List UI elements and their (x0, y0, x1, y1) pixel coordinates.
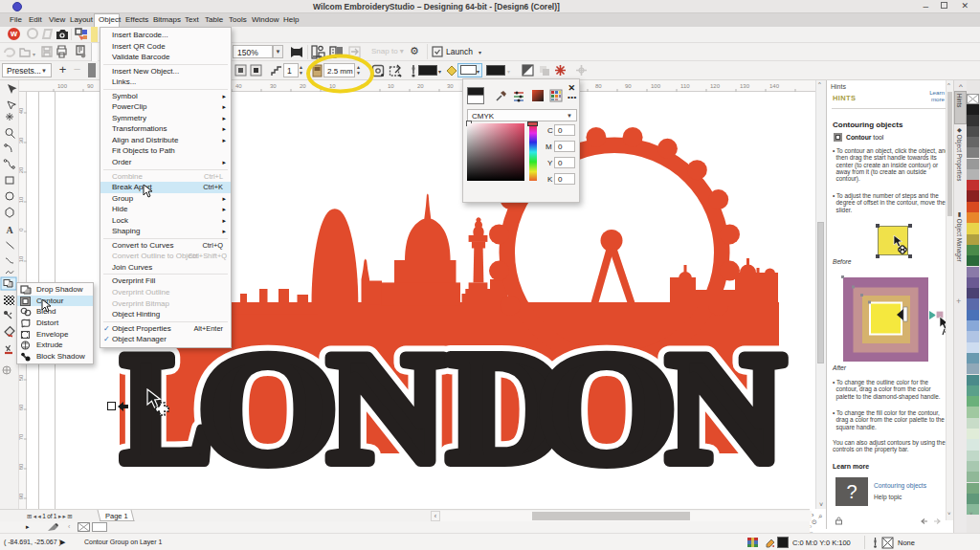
svg-text:20: 20 (19, 166, 24, 173)
svg-text:110: 110 (680, 83, 690, 89)
svg-text:80: 80 (595, 83, 602, 89)
svg-text:A: A (7, 225, 14, 235)
svg-text:N: N (666, 319, 784, 495)
svg-text:100: 100 (651, 83, 661, 89)
svg-text:O: O (537, 319, 677, 495)
svg-text:40: 40 (235, 83, 242, 89)
svg-text:30: 30 (19, 137, 24, 143)
svg-text:50: 50 (19, 374, 24, 381)
svg-text:40: 40 (19, 107, 24, 114)
svg-text:90: 90 (19, 493, 24, 499)
svg-text:30: 30 (447, 83, 454, 89)
svg-text:10: 10 (388, 83, 394, 89)
svg-text:N: N (327, 319, 445, 495)
svg-text:120: 120 (710, 83, 721, 89)
svg-text:0: 0 (19, 228, 24, 231)
svg-text:100: 100 (57, 83, 68, 89)
svg-text:60: 60 (19, 404, 24, 410)
svg-text:130: 130 (740, 83, 750, 89)
svg-text:30: 30 (270, 83, 277, 89)
svg-text:90: 90 (625, 83, 632, 89)
svg-text:20: 20 (417, 83, 424, 89)
svg-text:90: 90 (87, 83, 94, 89)
svg-text:70: 70 (19, 433, 24, 440)
svg-text:10: 10 (19, 196, 24, 203)
svg-text:80: 80 (19, 463, 24, 470)
svg-text:10: 10 (19, 255, 24, 262)
svg-text:140: 140 (769, 83, 780, 89)
